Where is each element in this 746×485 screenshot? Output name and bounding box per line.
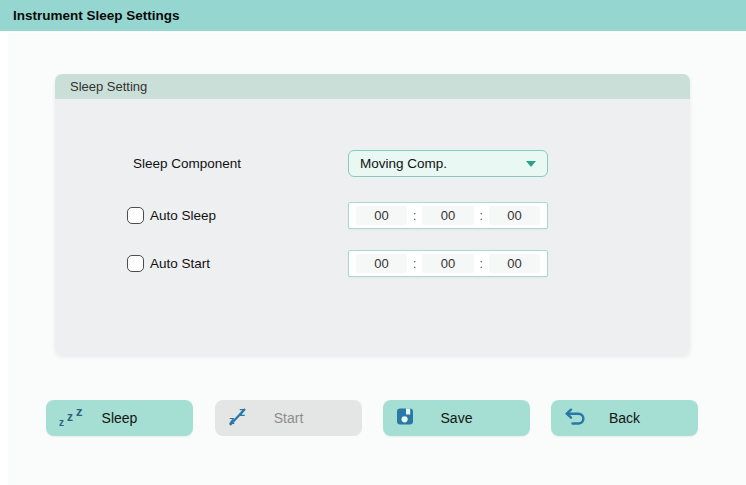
floppy-save-icon [396,408,414,429]
sleep-component-label: Sleep Component [133,150,241,177]
sleep-component-value: Moving Comp. [360,156,447,171]
back-button[interactable]: Back [551,400,698,436]
save-button-label: Save [441,410,473,426]
auto-start-time-input[interactable]: 00 : 00 : 00 [348,250,548,277]
auto-sleep-row: Auto Sleep [127,202,216,229]
auto-sleep-label: Auto Sleep [150,208,216,223]
auto-start-checkbox[interactable] [127,255,144,272]
auto-sleep-time-input[interactable]: 00 : 00 : 00 [348,202,548,229]
title-bar: Instrument Sleep Settings [0,0,746,31]
auto-sleep-minutes-field[interactable]: 00 [422,206,473,225]
back-button-label: Back [609,410,640,426]
auto-start-hours-field[interactable]: 00 [356,254,407,273]
chevron-down-icon [526,161,536,167]
sleep-setting-panel: Sleep Setting Sleep Component Moving Com… [55,74,690,355]
sleep-button[interactable]: z z z Sleep [46,400,193,436]
save-button[interactable]: Save [383,400,530,436]
zzz-sleep-icon: z z z [59,407,87,429]
time-separator: : [474,209,489,223]
auto-sleep-hours-field[interactable]: 00 [356,206,407,225]
panel-title: Sleep Setting [55,74,690,99]
undo-back-icon [564,408,587,429]
sleep-button-label: Sleep [102,410,138,426]
auto-start-minutes-field[interactable]: 00 [422,254,473,273]
time-separator: : [474,257,489,271]
auto-start-label: Auto Start [150,256,210,271]
sleep-component-dropdown[interactable]: Moving Comp. [348,150,548,177]
time-separator: : [407,209,422,223]
auto-sleep-seconds-field[interactable]: 00 [489,206,540,225]
start-button-label: Start [274,410,304,426]
auto-sleep-checkbox[interactable] [127,207,144,224]
panel-body: Sleep Component Moving Comp. Auto Sleep … [55,99,690,355]
window-title: Instrument Sleep Settings [0,0,746,31]
start-button[interactable]: z z Start [215,400,362,436]
auto-start-row: Auto Start [127,250,210,277]
no-sleep-wake-icon: z z [228,406,249,430]
auto-start-seconds-field[interactable]: 00 [489,254,540,273]
time-separator: : [407,257,422,271]
